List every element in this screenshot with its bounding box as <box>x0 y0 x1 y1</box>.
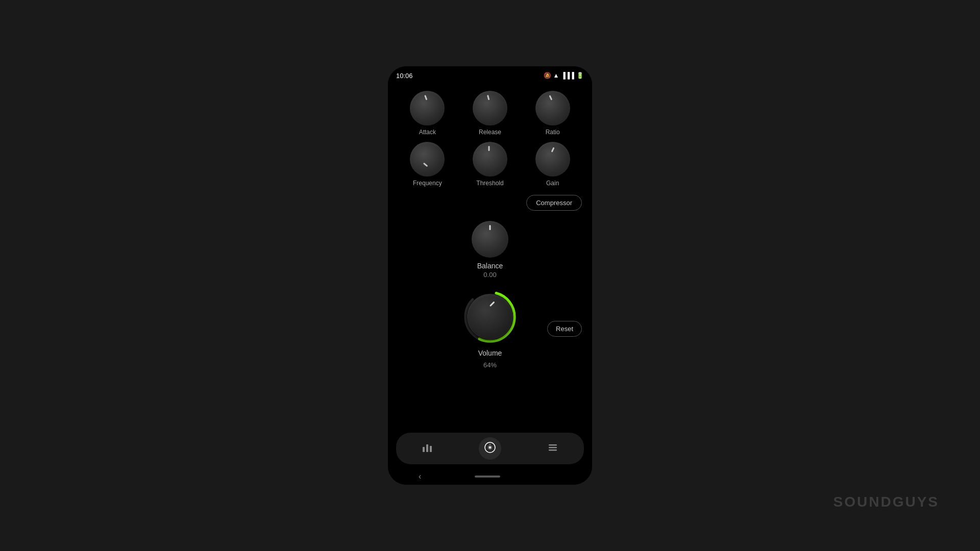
ratio-knob-indicator <box>549 95 553 100</box>
balance-value: 0.00 <box>483 271 496 279</box>
ratio-knob-item: Ratio <box>523 91 582 136</box>
threshold-knob-indicator <box>488 146 490 151</box>
threshold-knob[interactable] <box>473 142 507 177</box>
frequency-label: Frequency <box>413 180 442 187</box>
signal-icon: ▐▐▐ <box>561 72 574 79</box>
volume-knob-indicator <box>489 301 495 307</box>
volume-knob-container: Volume 64% <box>462 289 518 369</box>
volume-knob-inner[interactable] <box>467 294 513 340</box>
svg-point-7 <box>489 446 491 448</box>
nav-item-menu[interactable] <box>542 437 564 460</box>
attack-label: Attack <box>419 129 436 136</box>
gain-knob-indicator <box>551 147 555 152</box>
volume-ring-knob[interactable] <box>462 289 518 345</box>
battery-icon: 🔋 <box>576 72 584 79</box>
balance-section: Balance 0.00 <box>398 221 582 279</box>
equalizer-icon <box>422 442 433 456</box>
disc-icon <box>484 442 496 456</box>
threshold-label: Threshold <box>476 180 503 187</box>
balance-knob-indicator <box>489 225 491 230</box>
reset-button[interactable]: Reset <box>547 321 582 337</box>
android-home-pill[interactable] <box>475 475 500 478</box>
volume-label: Volume <box>478 349 502 357</box>
phone-frame: 10:06 🔕 ▲ ▐▐▐ 🔋 Attack Release <box>388 66 592 485</box>
gain-knob-item: Gain <box>523 142 582 187</box>
notifications-off-icon: 🔕 <box>544 72 551 79</box>
android-nav: ‹ <box>388 468 592 485</box>
attack-knob-indicator <box>424 95 427 100</box>
svg-rect-3 <box>426 444 428 452</box>
wifi-icon: ▲ <box>553 72 559 79</box>
compressor-button[interactable]: Compressor <box>526 195 582 211</box>
status-bar: 10:06 🔕 ▲ ▐▐▐ 🔋 <box>388 66 592 83</box>
status-time: 10:06 <box>396 72 413 80</box>
ratio-label: Ratio <box>546 129 560 136</box>
svg-rect-10 <box>549 447 557 448</box>
attack-knob-item: Attack <box>398 91 457 136</box>
release-knob[interactable] <box>473 91 507 126</box>
svg-rect-2 <box>423 447 425 452</box>
release-label: Release <box>479 129 501 136</box>
volume-value: 64% <box>483 361 497 369</box>
balance-label: Balance <box>477 262 503 270</box>
menu-icon <box>547 442 558 456</box>
knob-grid: Attack Release Ratio Fr <box>398 91 582 187</box>
frequency-knob-item: Frequency <box>398 142 457 187</box>
watermark: SOUNDGUYS <box>834 494 939 510</box>
android-back-button[interactable]: ‹ <box>419 472 421 481</box>
release-knob-item: Release <box>461 91 520 136</box>
main-content: Attack Release Ratio Fr <box>388 83 592 433</box>
compressor-row: Compressor <box>398 195 582 211</box>
svg-rect-9 <box>549 444 557 446</box>
status-icons: 🔕 ▲ ▐▐▐ 🔋 <box>544 72 584 79</box>
svg-rect-11 <box>549 449 557 451</box>
volume-section: Reset Volume 64% <box>398 289 582 369</box>
release-knob-indicator <box>487 95 489 100</box>
balance-knob[interactable] <box>472 221 508 258</box>
nav-item-equalizer[interactable] <box>416 437 438 460</box>
nav-item-disc[interactable] <box>479 437 501 460</box>
svg-rect-4 <box>430 446 432 452</box>
gain-knob[interactable] <box>535 142 570 177</box>
svg-point-8 <box>489 444 491 445</box>
bottom-nav <box>396 433 584 464</box>
frequency-knob[interactable] <box>410 142 445 177</box>
attack-knob[interactable] <box>410 91 445 126</box>
gain-label: Gain <box>546 180 559 187</box>
ratio-knob[interactable] <box>535 91 570 126</box>
threshold-knob-item: Threshold <box>461 142 520 187</box>
frequency-knob-indicator <box>423 162 428 167</box>
